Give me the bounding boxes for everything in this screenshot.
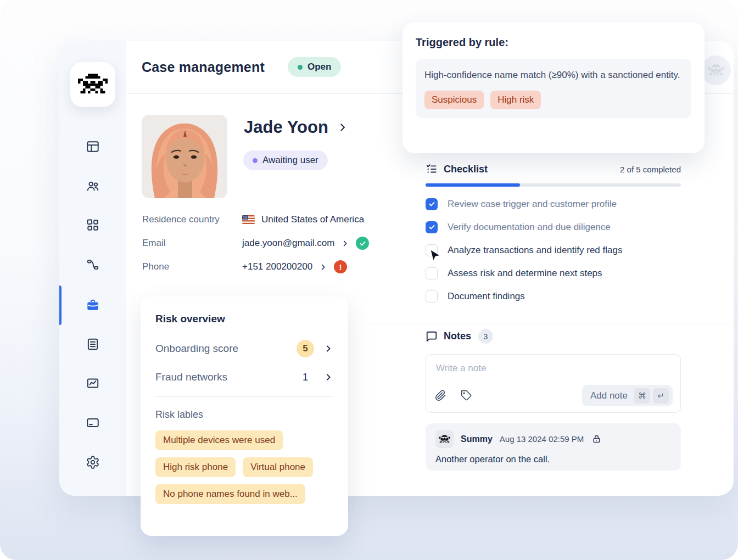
case-management-screen: .ghost-avatar .hat,.ghost-avatar .bod{fi… bbox=[0, 0, 738, 560]
cmd-key-chip: ⌘ bbox=[634, 388, 650, 404]
checklist-item[interactable]: Document findings bbox=[426, 290, 681, 303]
notes-icon bbox=[426, 331, 438, 343]
note-author-avatar: .note-avatar .hat,.note-avatar .bod{fill… bbox=[435, 430, 454, 448]
rule-tag: High risk bbox=[490, 91, 541, 109]
fraud-networks-row[interactable]: Fraud networks 1 bbox=[155, 368, 333, 387]
status-label: Open bbox=[308, 61, 331, 72]
notes-count-badge: 3 bbox=[478, 329, 493, 344]
attach-icon[interactable] bbox=[435, 390, 446, 401]
workspace-avatar[interactable]: .ghost-avatar .hat,.ghost-avatar .bod{fi… bbox=[701, 55, 731, 85]
checklist-progress-label: 2 of 5 completed bbox=[620, 165, 681, 174]
briefcase-icon bbox=[86, 298, 100, 312]
rule-description-box: High-confidence name match (≥90%) with a… bbox=[416, 59, 691, 118]
lock-icon bbox=[592, 434, 601, 444]
risk-tag: High risk phone bbox=[155, 457, 236, 477]
checklist-item-label: Assess risk and determine next steps bbox=[448, 268, 602, 279]
checkbox-checked-icon[interactable] bbox=[426, 198, 438, 210]
sidebar-item-cases[interactable] bbox=[82, 294, 104, 316]
checklist-item-label: Document findings bbox=[448, 291, 525, 302]
phone-error-icon: ! bbox=[334, 260, 347, 273]
sidebar-item-apps[interactable] bbox=[82, 214, 104, 236]
row-label: Fraud networks bbox=[155, 371, 297, 383]
chevron-right-icon[interactable] bbox=[341, 239, 349, 248]
checklist-items: Review case trigger and customer profile… bbox=[426, 198, 681, 303]
risk-tag: No phone names found in web... bbox=[155, 484, 305, 504]
chevron-right-icon[interactable] bbox=[337, 122, 348, 133]
notes-title: Notes bbox=[444, 331, 471, 342]
checklist-item[interactable]: Assess risk and determine next steps bbox=[426, 267, 681, 279]
risk-tag: Virtual phone bbox=[243, 457, 313, 477]
checklist-item-label: Analyze transactions and identify red fl… bbox=[448, 245, 622, 256]
add-note-label: Add note bbox=[590, 390, 628, 401]
checkbox-checked-icon[interactable] bbox=[426, 221, 438, 233]
checklist-item-label: Verify documentation and due diligence bbox=[448, 222, 611, 233]
dashboard-icon bbox=[86, 139, 100, 154]
field-residence-country: Residence country United States of Ameri… bbox=[142, 212, 406, 227]
email-value: jade.yoon@gmail.com bbox=[242, 238, 334, 249]
checklist-item[interactable]: Verify documentation and due diligence bbox=[426, 221, 681, 233]
card-icon bbox=[86, 416, 100, 430]
field-label: Residence country bbox=[142, 214, 242, 225]
sidebar-item-dashboard[interactable] bbox=[82, 136, 104, 158]
chevron-right-icon[interactable] bbox=[323, 344, 333, 354]
enter-key-chip: ↵ bbox=[653, 388, 669, 404]
chevron-right-icon[interactable] bbox=[319, 263, 327, 271]
app-logo[interactable]: .logo-tile .hat{fill:#28e0a5}.logo-tile … bbox=[70, 62, 115, 107]
sidebar-item-customers[interactable] bbox=[82, 175, 104, 197]
status-dot bbox=[298, 65, 303, 70]
checkbox-unchecked-icon[interactable] bbox=[426, 290, 438, 303]
awaiting-dot bbox=[253, 158, 258, 163]
field-email: Email jade.yoon@gmail.com bbox=[142, 236, 406, 250]
risk-tag: Multiple devices were used bbox=[155, 430, 283, 450]
customer-name: Jade Yoon bbox=[244, 117, 328, 137]
rule-tag: Suspicious bbox=[424, 91, 484, 109]
residence-value: United States of America bbox=[261, 214, 364, 225]
checklist-icon bbox=[426, 163, 438, 175]
analytics-icon bbox=[86, 376, 100, 390]
checklist-item[interactable]: Analyze transactions and identify red fl… bbox=[426, 244, 681, 256]
note-composer: Add note ⌘ ↵ bbox=[426, 354, 681, 413]
row-label: Onboarding score bbox=[155, 343, 297, 355]
checkbox-unchecked-icon[interactable] bbox=[426, 244, 438, 256]
sidebar-item-documents[interactable] bbox=[82, 333, 104, 355]
page-title: Case management bbox=[142, 59, 265, 75]
field-label: Phone bbox=[142, 261, 242, 272]
risk-overview-card: Risk overview Onboarding score 5 Fraud n… bbox=[141, 296, 348, 536]
phone-value: +151 200200200 bbox=[242, 261, 312, 272]
section-divider bbox=[369, 323, 734, 323]
checklist-progress-track bbox=[426, 183, 681, 187]
note-entry: .note-avatar .hat,.note-avatar .bod{fill… bbox=[426, 423, 681, 471]
settings-icon bbox=[86, 455, 100, 469]
sidebar: .logo-tile .hat{fill:#28e0a5}.logo-tile … bbox=[59, 41, 126, 496]
us-flag-icon bbox=[242, 215, 255, 224]
checkbox-unchecked-icon[interactable] bbox=[426, 267, 438, 279]
sidebar-item-flows[interactable] bbox=[82, 254, 104, 276]
apps-icon bbox=[86, 218, 100, 232]
customer-photo bbox=[142, 115, 227, 198]
risk-overview-title: Risk overview bbox=[155, 313, 333, 325]
sidebar-item-payments[interactable] bbox=[82, 412, 104, 434]
note-input[interactable] bbox=[435, 362, 672, 374]
sidebar-item-analytics[interactable] bbox=[82, 372, 104, 394]
email-verified-icon bbox=[356, 237, 369, 250]
checklist-item[interactable]: Review case trigger and customer profile bbox=[426, 198, 681, 210]
triggered-rule-title: Triggered by rule: bbox=[416, 36, 691, 49]
case-status-badge: Open bbox=[288, 57, 341, 77]
onboarding-score-row[interactable]: Onboarding score 5 bbox=[155, 339, 333, 358]
row-value: 1 bbox=[297, 372, 314, 383]
checklist-progress-fill bbox=[426, 183, 520, 187]
checklist-item-label: Review case trigger and customer profile bbox=[448, 199, 617, 210]
triggered-rule-card: Triggered by rule: High-confidence name … bbox=[402, 23, 705, 153]
chevron-right-icon[interactable] bbox=[323, 372, 333, 382]
profile-fields: Residence country United States of Ameri… bbox=[142, 212, 406, 274]
note-author: Summy bbox=[461, 434, 493, 444]
note-timestamp: Aug 13 2024 02:59 PM bbox=[500, 434, 584, 444]
sidebar-item-settings[interactable] bbox=[82, 451, 104, 473]
score-badge: 5 bbox=[297, 340, 314, 357]
checklist-title: Checklist bbox=[444, 164, 488, 175]
add-note-button[interactable]: Add note ⌘ ↵ bbox=[582, 385, 673, 406]
field-label: Email bbox=[142, 238, 242, 249]
users-icon bbox=[86, 179, 100, 193]
tag-icon[interactable] bbox=[461, 390, 472, 401]
awaiting-label: Awaiting user bbox=[262, 155, 318, 166]
